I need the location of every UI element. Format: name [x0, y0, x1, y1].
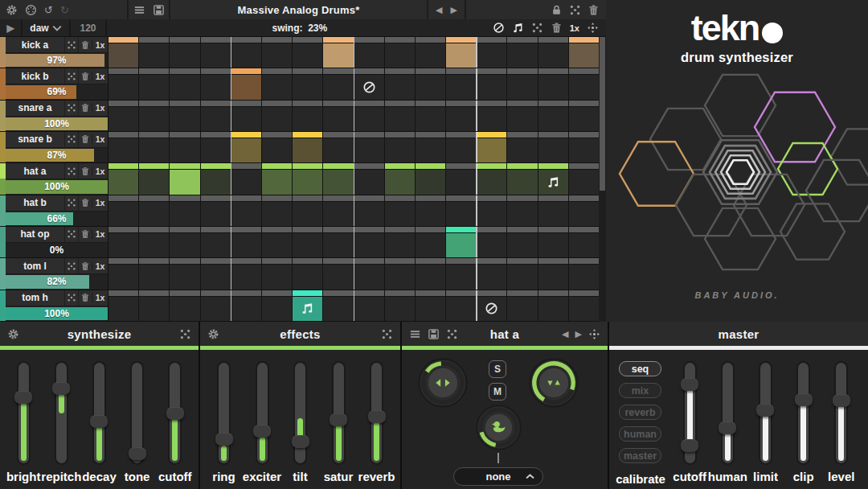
step-cell[interactable] [538, 258, 568, 289]
track-loop-mult[interactable]: 1x [92, 261, 108, 271]
step-cell[interactable] [507, 227, 537, 257]
track-name[interactable]: tom l [6, 261, 64, 272]
step-cell[interactable] [507, 37, 537, 68]
step-cell[interactable] [416, 37, 445, 68]
clip-slider[interactable]: clip [786, 363, 821, 486]
step-cell[interactable] [231, 195, 261, 226]
mix-page-button[interactable]: mix [619, 383, 661, 398]
bright-handle[interactable] [14, 391, 32, 404]
step-cell[interactable] [108, 195, 138, 226]
pan-knob[interactable] [418, 358, 468, 411]
mute-tool-icon[interactable] [493, 22, 505, 34]
channel-menu-icon[interactable] [409, 328, 421, 340]
step-cell[interactable] [385, 290, 415, 321]
synth-settings-icon[interactable] [7, 328, 19, 340]
step-cell[interactable] [231, 163, 261, 194]
track-loop-mult[interactable]: 1x [92, 166, 108, 176]
track-randomize-icon[interactable] [67, 166, 76, 176]
grid-scrollbar[interactable] [599, 37, 606, 322]
redo-icon[interactable]: ↻ [60, 5, 69, 15]
repitch-handle[interactable] [52, 382, 70, 395]
mute-button[interactable]: M [489, 383, 506, 401]
step-cell[interactable] [108, 132, 138, 162]
pattern-loop-mult[interactable]: 1x [570, 23, 579, 33]
track-clear-icon[interactable] [80, 293, 90, 302]
step-cell[interactable] [201, 163, 231, 194]
step-cell[interactable] [231, 101, 261, 131]
settings-icon[interactable] [6, 4, 18, 16]
bpm-display[interactable]: 120 [71, 19, 107, 36]
step-cell[interactable] [108, 68, 138, 99]
channel-prev-icon[interactable]: ◀ [562, 330, 568, 339]
step-cell[interactable] [262, 37, 292, 68]
step-cell[interactable] [538, 68, 568, 99]
track-name[interactable]: hat a [6, 166, 64, 177]
limit-slider[interactable]: limit [747, 363, 783, 486]
solo-button[interactable]: S [489, 360, 506, 378]
step-cell[interactable] [323, 68, 353, 99]
step-cell[interactable] [477, 290, 506, 321]
cutoff-handle[interactable] [681, 378, 698, 391]
step-cell[interactable] [385, 258, 415, 289]
step-cell[interactable] [538, 163, 568, 194]
step-cell[interactable] [354, 163, 384, 194]
step-cell[interactable] [385, 195, 415, 226]
prev-preset-button[interactable]: ◀ [436, 6, 442, 14]
step-cell[interactable] [139, 101, 169, 131]
step-cell[interactable] [139, 290, 169, 321]
track-name[interactable]: hat op [6, 228, 64, 240]
channel-next-icon[interactable]: ▶ [575, 330, 582, 339]
decay-handle[interactable] [90, 415, 108, 428]
track-velocity-bar[interactable]: 66% [6, 212, 108, 226]
tone-handle[interactable] [129, 447, 146, 460]
step-cell[interactable] [354, 290, 384, 321]
level-slider[interactable]: level [824, 363, 859, 486]
fx-randomize-icon[interactable] [381, 328, 393, 340]
step-cell[interactable] [262, 163, 292, 194]
step-cell[interactable] [538, 132, 568, 162]
step-cell[interactable] [416, 290, 445, 321]
undo-icon[interactable]: ↺ [44, 5, 53, 15]
step-cell[interactable] [507, 101, 537, 131]
step-cell[interactable] [323, 37, 353, 68]
ring-handle[interactable] [215, 433, 233, 446]
step-cell[interactable] [262, 195, 292, 226]
step-cell[interactable] [262, 227, 292, 257]
step-cell[interactable] [416, 101, 445, 131]
next-preset-button[interactable]: ▶ [451, 6, 457, 14]
step-cell[interactable] [293, 37, 322, 68]
sidechain-source-dropdown[interactable]: none [453, 467, 543, 486]
track-clear-icon[interactable] [80, 166, 90, 176]
step-cell[interactable] [170, 101, 199, 131]
step-cell[interactable] [538, 195, 568, 226]
step-cell[interactable] [170, 132, 199, 162]
step-cell[interactable] [201, 195, 231, 226]
master-page-button[interactable]: master [619, 448, 661, 463]
step-cell[interactable] [477, 227, 506, 257]
step-cell[interactable] [108, 290, 138, 321]
step-cell[interactable] [569, 101, 599, 131]
step-cell[interactable] [446, 163, 476, 194]
midi-icon[interactable] [25, 4, 37, 16]
step-cell[interactable] [231, 132, 261, 162]
step-cell[interactable] [354, 68, 384, 99]
step-cell[interactable] [507, 258, 537, 289]
track-velocity-bar[interactable]: 0% [6, 243, 108, 257]
step-cell[interactable] [262, 101, 292, 131]
step-cell[interactable] [569, 258, 599, 289]
step-cell[interactable] [354, 132, 384, 162]
step-cell[interactable] [262, 132, 292, 162]
scrollbar-thumb[interactable] [600, 37, 605, 191]
ring-slider[interactable]: ring [207, 363, 242, 486]
step-cell[interactable] [569, 227, 599, 257]
step-cell[interactable] [385, 37, 415, 68]
track-clear-icon[interactable] [80, 40, 90, 50]
cutoff-handle[interactable] [681, 439, 698, 452]
step-cell[interactable] [507, 195, 537, 226]
step-cell[interactable] [507, 68, 537, 99]
step-cell[interactable] [170, 195, 199, 226]
step-cell[interactable] [416, 132, 445, 162]
synth-randomize-icon[interactable] [179, 328, 191, 340]
trash-icon[interactable] [588, 4, 600, 16]
level-handle[interactable] [833, 394, 850, 407]
